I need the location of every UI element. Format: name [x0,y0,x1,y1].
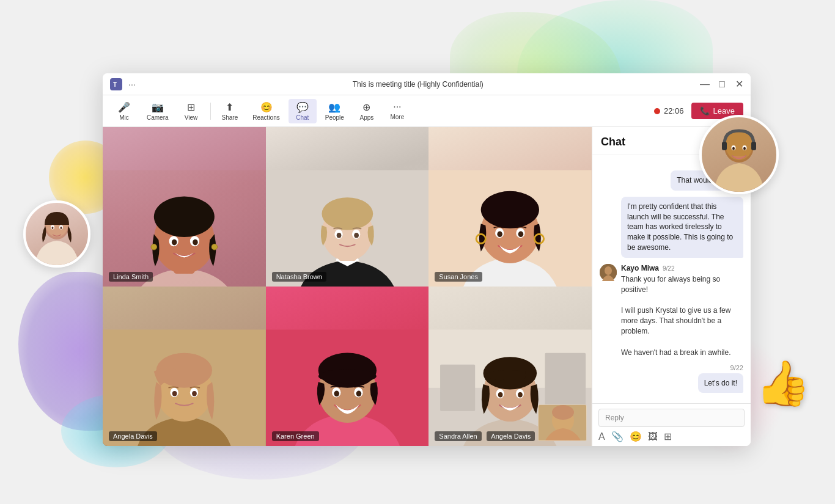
video-cell-sandra-allen: Sandra Allen Angela Davis [429,287,592,446]
chat-toolbar-icons: A 📎 😊 🖼 ⊞ [598,431,745,442]
chat-input-area: Reply A 📎 😊 🖼 ⊞ [592,403,751,446]
svg-point-76 [605,266,612,275]
svg-rect-63 [440,365,475,411]
svg-rect-8 [722,142,727,150]
people-label: People [325,114,344,121]
svg-point-22 [172,239,177,246]
title-bar-more[interactable]: ··· [128,79,136,89]
mini-name-tag: Angela Davis [487,431,535,441]
recording-timer: 22:06 [654,106,684,115]
name-tag-karen-green: Karen Green [272,431,319,441]
share-label: Share [222,114,238,121]
title-bar-logo: T ··· [110,78,136,90]
toolbar-sep-1 [210,103,211,120]
reactions-icon: 😊 [260,101,273,113]
maximize-button[interactable]: □ [718,80,726,89]
svg-point-13 [743,147,746,150]
chat-message-kayo: Kayo Miwa 9/22 Thank you for always bein… [600,264,743,358]
toolbar-more[interactable]: ··· More [383,99,411,123]
more-label: More [390,114,404,120]
svg-point-70 [498,392,503,398]
minimize-button[interactable]: — [701,80,709,89]
chat-attach-icon[interactable]: 📎 [611,431,623,442]
name-tag-angela-davis: Angela Davis [109,431,157,441]
svg-text:T: T [113,81,117,88]
svg-point-23 [193,239,198,246]
toolbar-chat[interactable]: 💬 Chat [289,99,317,123]
kayo-msg-time: 9/22 [663,265,674,272]
timer-display: 22:06 [664,106,684,115]
kayo-message-content: Kayo Miwa 9/22 Thank you for always bein… [621,264,743,358]
svg-rect-64 [545,353,586,411]
meeting-toolbar: 🎤 Mic 📷 Camera ⊞ View ⬆ Share 😊 Reaction… [103,95,751,127]
chat-emoji-icon[interactable]: 😊 [630,431,642,442]
toolbar-share[interactable]: ⬆ Share [216,99,245,123]
svg-point-29 [322,197,373,230]
toolbar-view[interactable]: ⊞ View [177,99,205,123]
video-cell-karen-green: Karen Green [266,287,429,446]
kayo-msg-text-2: I will push Krystal to give us a few mor… [621,305,743,336]
svg-point-50 [172,391,177,396]
teams-logo-icon: T [110,78,122,90]
main-content: Linda Smith [103,127,751,446]
name-tag-linda-smith: Linda Smith [109,272,153,282]
svg-point-59 [356,391,361,397]
toolbar-camera[interactable]: 📷 Camera [141,99,175,123]
svg-point-19 [154,196,215,237]
toolbar-reactions[interactable]: 😊 Reactions [246,99,285,123]
video-cell-susan-jones: Susan Jones [429,127,592,287]
apps-label: Apps [359,114,373,121]
reactions-label: Reactions [252,114,279,121]
avatar-man-right [699,115,779,194]
toolbar-apps[interactable]: ⊕ Apps [353,99,381,123]
svg-rect-9 [751,142,756,150]
name-tag-susan-jones: Susan Jones [435,272,482,282]
chat-icon: 💬 [296,101,309,113]
video-cell-natasha-brown: Natasha Brown [266,127,429,287]
svg-point-41 [518,232,524,238]
msg-date-3: 9/22 [730,364,743,371]
chat-message-2: I'm pretty confident that this launch wi… [600,197,743,258]
view-icon: ⊞ [187,101,195,113]
leave-phone-icon: 📞 [700,106,710,115]
chat-message-3: 9/22 Let's do it! [600,364,743,393]
kayo-sender-name: Kayo Miwa [621,264,659,272]
kayo-msg-text-3: We haven't had a break in awhile. [621,348,743,358]
camera-label: Camera [147,114,169,121]
chat-reply-input[interactable]: Reply [598,409,745,427]
video-cell-linda-smith: Linda Smith [103,127,266,287]
svg-point-71 [518,392,523,398]
kayo-msg-text-1: Thank you for always being so positive! [621,274,743,295]
msg-bubble-3: Let's do it! [698,373,743,393]
svg-point-5 [61,227,62,229]
chat-title: Chat [601,136,625,148]
close-button[interactable]: ✕ [735,80,743,89]
chat-format-icon[interactable]: A [598,431,605,442]
video-cell-angela-davis: Angela Davis [103,287,266,446]
teams-window: T ··· This is meeting title (Highly Conf… [103,73,751,446]
svg-point-32 [336,233,341,238]
thumbs-up-emoji: 👍 [756,357,811,409]
people-icon: 👥 [328,101,340,113]
toolbar-people[interactable]: 👥 People [319,99,350,123]
apps-icon: ⊕ [362,101,370,113]
leave-label: Leave [713,106,735,115]
svg-point-58 [334,391,339,397]
svg-point-33 [354,233,359,238]
svg-point-60 [318,369,376,383]
chat-label: Chat [296,114,309,121]
toolbar-mic[interactable]: 🎤 Mic [110,99,138,123]
avatar-woman-left [23,200,90,268]
svg-point-25 [212,244,218,250]
svg-point-7 [726,131,752,160]
svg-point-51 [192,391,197,396]
window-controls: — □ ✕ [701,80,743,89]
chat-gif-icon[interactable]: 🖼 [648,431,658,442]
svg-point-37 [481,191,539,228]
name-tag-sandra-allen: Sandra Allen [435,431,481,441]
svg-point-4 [52,227,54,229]
chat-sticker-icon[interactable]: ⊞ [664,431,672,442]
share-icon: ⬆ [226,101,234,113]
svg-point-24 [151,244,157,250]
window-title: This is meeting title (Highly Confidenti… [136,80,701,89]
